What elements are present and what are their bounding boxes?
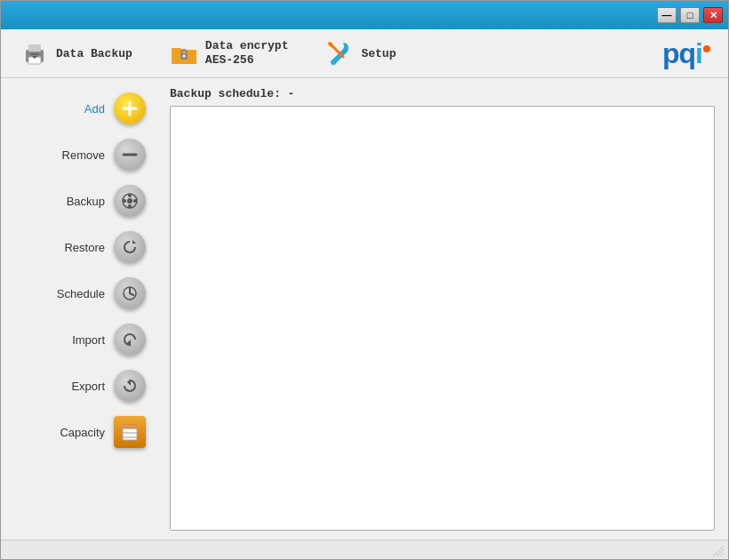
import-icon [114,324,146,356]
pqi-i: i [695,37,702,69]
sidebar-label-schedule: Schedule [57,287,105,300]
sidebar-label-export: Export [71,380,105,393]
svg-rect-1 [28,44,41,52]
svg-point-6 [182,55,185,58]
close-button[interactable]: ✕ [703,7,723,23]
sidebar-label-add: Add [84,102,105,116]
data-encrypt-icon [168,37,200,69]
svg-point-15 [128,194,132,197]
close-icon: ✕ [709,10,717,21]
content-area: Backup schedule: - [156,78,728,540]
svg-point-18 [133,199,137,203]
sidebar-label-backup: Backup [67,195,105,208]
toolbar-items: Data Backup Data encrypt [19,37,662,69]
svg-point-16 [128,204,132,208]
sidebar-item-restore[interactable]: Restore [1,226,156,268]
data-encrypt-label: Data encrypt [205,39,289,53]
svg-marker-24 [127,379,131,386]
svg-rect-29 [123,424,137,428]
sidebar-label-remove: Remove [62,148,105,162]
sidebar-label-capacity: Capacity [60,426,105,439]
aes-label: AES-256 [205,53,289,68]
pqi-dot [703,45,710,52]
sidebar-label-import: Import [72,333,105,347]
svg-point-14 [127,198,132,204]
minimize-button[interactable]: — [657,7,677,23]
main-window: — □ ✕ [0,0,729,560]
sidebar-item-remove[interactable]: Remove [1,133,156,176]
minimize-icon: — [662,10,672,20]
toolbar: Data Backup Data encrypt [1,29,728,78]
sidebar: Add Remove [1,78,156,540]
sidebar-item-export[interactable]: Export [1,364,156,407]
data-backup-icon [19,37,51,69]
svg-point-17 [123,199,126,203]
content-box [170,106,715,531]
toolbar-data-encrypt[interactable]: Data encrypt AES-256 [168,37,289,69]
resize-handle-icon [711,544,724,556]
sidebar-item-backup[interactable]: Backup [1,180,156,222]
sidebar-item-capacity[interactable]: Capacity [1,411,156,453]
setup-icon [324,37,356,69]
data-backup-label: Data Backup [56,47,132,60]
pqi-q: q [679,37,696,69]
title-bar: — □ ✕ [1,1,728,29]
svg-rect-3 [30,53,39,55]
sidebar-label-restore: Restore [64,241,105,254]
svg-line-22 [130,293,133,295]
svg-point-7 [331,60,336,65]
svg-line-32 [720,553,724,556]
sidebar-item-schedule[interactable]: Schedule [1,272,156,315]
backup-icon [114,185,146,217]
backup-schedule-header: Backup schedule: - [170,87,715,100]
capacity-icon [114,416,146,448]
toolbar-setup[interactable]: Setup [324,37,396,69]
maximize-icon: □ [687,10,693,20]
sidebar-item-add[interactable]: Add [1,87,156,130]
restore-icon [114,231,146,263]
add-icon [114,92,146,124]
main-content: Add Remove [1,78,728,540]
setup-label: Setup [361,47,396,60]
status-bar [1,540,728,559]
sidebar-item-import[interactable]: Import [1,318,156,361]
title-bar-buttons: — □ ✕ [657,7,723,23]
svg-line-31 [717,549,724,556]
toolbar-data-backup[interactable]: Data Backup [19,37,132,69]
svg-marker-19 [132,240,136,244]
pqi-logo: pqi [662,37,710,70]
maximize-button[interactable]: □ [680,7,700,23]
pqi-p: p [662,37,679,69]
schedule-icon [114,277,146,309]
export-icon [114,370,146,402]
remove-icon [114,139,146,171]
